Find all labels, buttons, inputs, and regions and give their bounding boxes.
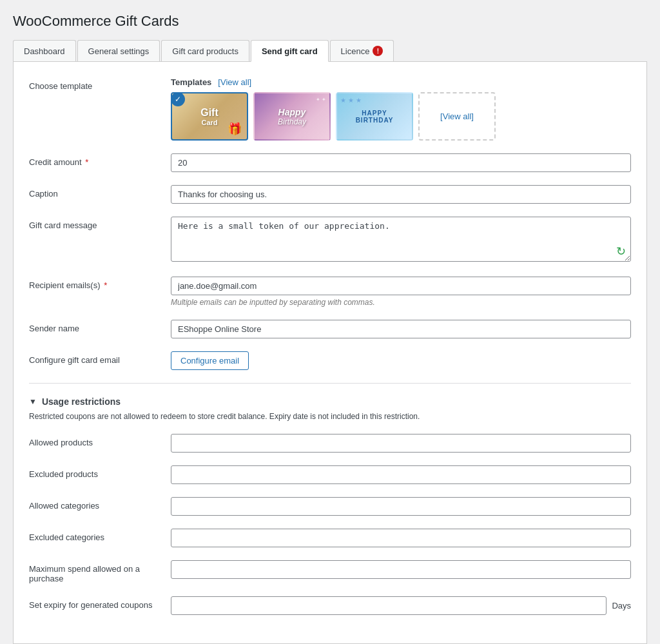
configure-email-row: Configure gift card email Configure emai… (29, 351, 631, 370)
template-3-stars: ★ ★ ★ (340, 97, 362, 104)
recipient-emails-row: Recipient emails(s) * Multiple emails ca… (29, 277, 631, 307)
configure-email-wrap: Configure email (171, 351, 631, 370)
configure-email-button[interactable]: Configure email (171, 351, 249, 370)
templates-header: Templates [View all] (171, 77, 631, 87)
content-area: Choose template Templates [View all] ✓ G… (13, 62, 647, 644)
page-title: WooCommerce Gift Cards (13, 13, 647, 30)
sender-name-input[interactable] (171, 320, 631, 338)
max-spend-label: Maximum spend allowed on a purchase (29, 560, 158, 583)
template-selected-check: ✓ (171, 92, 185, 106)
choose-template-row: Choose template Templates [View all] ✓ G… (29, 77, 631, 141)
template-view-all-card[interactable]: [View all] (418, 92, 496, 141)
templates-grid: ✓ GiftCard Happy Birthday ✦ ✦ (171, 92, 631, 141)
caption-label: Caption (29, 185, 158, 199)
required-asterisk: * (85, 157, 88, 167)
tab-general-settings[interactable]: General settings (77, 40, 160, 61)
credit-amount-row: Credit amount * (29, 153, 631, 172)
caption-wrap (171, 185, 631, 204)
days-label: Days (612, 601, 631, 610)
allowed-products-input[interactable] (171, 434, 631, 453)
licence-badge: ! (373, 46, 383, 56)
caption-input[interactable] (171, 185, 631, 204)
recipient-emails-input[interactable] (171, 277, 631, 295)
credit-amount-label: Credit amount * (29, 153, 158, 167)
usage-restrictions-header: ▼ Usage restrictions (29, 396, 631, 407)
tab-send-gift-card[interactable]: Send gift card (251, 40, 329, 62)
sender-name-wrap (171, 320, 631, 338)
excluded-products-row: Excluded products (29, 465, 631, 484)
templates-section: Templates [View all] ✓ GiftCard Happ (171, 77, 631, 141)
max-spend-input[interactable] (171, 560, 631, 579)
max-spend-wrap (171, 560, 631, 579)
allowed-products-wrap (171, 434, 631, 453)
expiry-wrap: Days (171, 596, 631, 615)
template-card-2[interactable]: Happy Birthday ✦ ✦ (253, 92, 331, 141)
allowed-categories-label: Allowed categories (29, 497, 158, 511)
days-row: Days (171, 596, 631, 615)
templates-title: Templates (171, 77, 211, 87)
gift-card-message-row: Gift card message ↻ (29, 217, 631, 264)
tab-licence[interactable]: Licence ! (330, 40, 394, 61)
recipient-emails-wrap: Multiple emails can be inputted by separ… (171, 277, 631, 307)
configure-email-label: Configure gift card email (29, 351, 158, 365)
refresh-icon[interactable]: ↻ (616, 244, 626, 259)
excluded-products-wrap (171, 465, 631, 484)
template-card-3[interactable]: HAPPYBIRTHDAY ★ ★ ★ (336, 92, 413, 141)
excluded-categories-label: Excluded categories (29, 529, 158, 542)
gift-card-message-textarea[interactable] (171, 217, 631, 262)
max-spend-row: Maximum spend allowed on a purchase (29, 560, 631, 583)
sender-name-row: Sender name (29, 320, 631, 338)
tab-dashboard[interactable]: Dashboard (13, 40, 76, 61)
required-asterisk-2: * (104, 280, 107, 290)
view-all-link[interactable]: [View all] (218, 77, 251, 87)
excluded-products-label: Excluded products (29, 465, 158, 479)
excluded-categories-wrap (171, 529, 631, 547)
template-2-decoration: ✦ ✦ (316, 97, 326, 102)
gift-card-message-wrap: ↻ (171, 217, 631, 264)
allowed-products-row: Allowed products (29, 434, 631, 453)
template-card-1[interactable]: ✓ GiftCard (171, 92, 248, 141)
expiry-input[interactable] (171, 596, 607, 615)
tab-gift-card-products[interactable]: Gift card products (161, 40, 249, 61)
template-3-text: HAPPYBIRTHDAY (356, 110, 394, 124)
excluded-products-input[interactable] (171, 465, 631, 484)
choose-template-label: Choose template (29, 77, 158, 91)
section-divider (29, 383, 631, 384)
expiry-row: Set expiry for generated coupons Days (29, 596, 631, 615)
allowed-categories-row: Allowed categories (29, 497, 631, 516)
usage-restrictions-title: Usage restrictions (42, 396, 121, 407)
allowed-categories-wrap (171, 497, 631, 516)
excluded-categories-input[interactable] (171, 529, 631, 547)
credit-amount-input[interactable] (171, 153, 631, 172)
template-2-text: Happy Birthday (278, 107, 306, 126)
recipient-emails-hint: Multiple emails can be inputted by separ… (171, 298, 631, 307)
chevron-down-icon[interactable]: ▼ (29, 397, 37, 406)
usage-restrictions-note: Restricted coupons are not allowed to re… (29, 412, 631, 421)
tabs-bar: Dashboard General settings Gift card pro… (13, 40, 647, 62)
allowed-categories-input[interactable] (171, 497, 631, 516)
expiry-label: Set expiry for generated coupons (29, 596, 158, 610)
recipient-emails-label: Recipient emails(s) * (29, 277, 158, 290)
sender-name-label: Sender name (29, 320, 158, 333)
textarea-wrap: ↻ (171, 217, 631, 264)
gift-card-message-label: Gift card message (29, 217, 158, 230)
credit-amount-wrap (171, 153, 631, 172)
allowed-products-label: Allowed products (29, 434, 158, 447)
excluded-categories-row: Excluded categories (29, 529, 631, 547)
template-1-text: GiftCard (200, 107, 218, 126)
caption-row: Caption (29, 185, 631, 204)
